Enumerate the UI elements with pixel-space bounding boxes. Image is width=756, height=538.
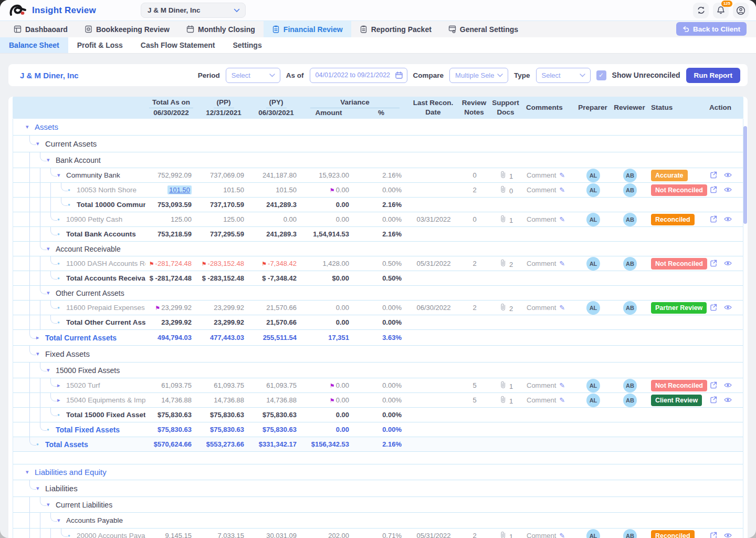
sync-button[interactable] xyxy=(693,3,709,18)
account-name[interactable]: Liabilities xyxy=(45,484,78,493)
caret-right-icon[interactable]: ▸ xyxy=(57,397,60,404)
account-name[interactable]: Total Assets xyxy=(45,440,88,449)
caret-down-icon[interactable]: ▾ xyxy=(57,172,60,179)
reviewer-avatar[interactable]: AB xyxy=(623,529,637,538)
account-name[interactable]: Total Other Current Assets xyxy=(66,318,145,326)
cell-support-docs[interactable]: 1 xyxy=(490,396,522,405)
run-report-button[interactable]: Run Report xyxy=(686,68,741,83)
caret-down-icon[interactable]: ▾ xyxy=(26,123,29,130)
caret-down-icon[interactable]: ▾ xyxy=(57,517,60,524)
subtab-cash-flow-statement[interactable]: Cash Flow Statement xyxy=(132,37,224,53)
subtab-balance-sheet[interactable]: Balance Sheet xyxy=(0,37,68,53)
edit-comment-icon[interactable]: ✎ xyxy=(559,532,565,538)
view-eye-icon[interactable] xyxy=(724,396,732,404)
caret-down-icon[interactable]: ▾ xyxy=(47,245,50,252)
cell-support-docs[interactable]: 1 xyxy=(490,531,522,538)
open-external-icon[interactable] xyxy=(710,304,718,312)
status-badge[interactable]: Not Reconciled xyxy=(651,184,707,196)
open-external-icon[interactable] xyxy=(710,215,718,223)
view-eye-icon[interactable] xyxy=(724,260,732,267)
cell-review-notes[interactable]: 0 xyxy=(459,171,490,179)
view-eye-icon[interactable] xyxy=(724,186,732,194)
account-name[interactable]: Liabilities and Equity xyxy=(35,468,107,477)
caret-right-icon[interactable]: ▸ xyxy=(57,382,60,389)
cell-support-docs[interactable]: 2 xyxy=(490,259,522,268)
status-badge[interactable]: Partner Review xyxy=(651,302,707,314)
subtab-profit-loss[interactable]: Profit & Loss xyxy=(68,37,132,53)
nav-tab-reporting-packet[interactable]: Reporting Packet xyxy=(351,21,440,37)
cell-review-notes[interactable]: 2 xyxy=(459,532,490,538)
notifications-button[interactable]: 125 xyxy=(713,3,729,18)
edit-comment-icon[interactable]: ✎ xyxy=(559,171,565,179)
account-name[interactable]: Total Fixed Assets xyxy=(56,426,120,434)
preparer-avatar[interactable]: AL xyxy=(586,529,600,538)
caret-down-icon[interactable]: ▾ xyxy=(26,469,29,475)
account-name[interactable]: Other Current Assets xyxy=(56,289,124,297)
caret-down-icon[interactable]: ▾ xyxy=(47,157,50,163)
cell-support-docs[interactable]: 1 xyxy=(490,171,522,180)
account-name[interactable]: Fixed Assets xyxy=(45,349,90,358)
preparer-avatar[interactable]: AL xyxy=(586,301,600,315)
account-name[interactable]: Total 10000 Community Bank xyxy=(77,201,145,209)
status-badge[interactable]: Reconciled xyxy=(651,530,695,538)
open-external-icon[interactable] xyxy=(710,260,718,267)
cell-support-docs[interactable]: 0 xyxy=(490,185,522,195)
preparer-avatar[interactable]: AL xyxy=(586,183,600,197)
status-badge[interactable]: Reconciled xyxy=(651,214,695,225)
reviewer-avatar[interactable]: AB xyxy=(623,183,637,197)
account-name[interactable]: Total 15000 Fixed Assets xyxy=(66,411,145,419)
edit-comment-icon[interactable]: ✎ xyxy=(559,304,565,312)
caret-down-icon[interactable]: ▾ xyxy=(47,501,50,508)
open-external-icon[interactable] xyxy=(710,381,718,389)
open-external-icon[interactable] xyxy=(710,186,718,194)
cell-review-notes[interactable]: 2 xyxy=(459,260,490,267)
account-name[interactable]: 10900 Petty Cash xyxy=(66,215,122,223)
cell-review-notes[interactable]: 2 xyxy=(459,186,490,194)
account-name[interactable]: Accounts Payable xyxy=(66,516,123,524)
view-eye-icon[interactable] xyxy=(724,381,732,389)
cell-support-docs[interactable]: 2 xyxy=(490,303,522,313)
account-name[interactable]: 20000 Accounts Payable xyxy=(77,532,145,538)
account-name[interactable]: 11000 DASH Accounts Receivable xyxy=(66,260,145,267)
preparer-avatar[interactable]: AL xyxy=(586,169,600,182)
edit-comment-icon[interactable]: ✎ xyxy=(559,186,565,194)
compare-select[interactable]: Multiple Sele xyxy=(449,68,508,83)
reviewer-avatar[interactable]: AB xyxy=(623,394,637,407)
show-unreconciled-checkbox[interactable]: ✓ xyxy=(596,70,606,80)
account-name[interactable]: 11600 Prepaid Expenses xyxy=(66,304,145,312)
status-badge[interactable]: Not Reconciled xyxy=(651,258,707,270)
reviewer-avatar[interactable]: AB xyxy=(623,257,637,271)
edit-comment-icon[interactable]: ✎ xyxy=(559,381,565,389)
view-eye-icon[interactable] xyxy=(724,215,732,223)
edit-comment-icon[interactable]: ✎ xyxy=(559,396,565,404)
profile-button[interactable] xyxy=(733,3,749,18)
type-select[interactable]: Select xyxy=(536,68,591,83)
view-eye-icon[interactable] xyxy=(724,171,732,179)
account-name[interactable]: Current Liabilities xyxy=(56,501,112,509)
caret-right-icon[interactable]: ▸ xyxy=(36,334,39,341)
nav-tab-bookkeeping-review[interactable]: Bookkeeping Review xyxy=(76,21,178,37)
client-selector-dropdown[interactable]: J & M Diner, Inc xyxy=(141,3,246,18)
preparer-avatar[interactable]: AL xyxy=(586,257,600,271)
subtab-settings[interactable]: Settings xyxy=(224,37,270,53)
account-name[interactable]: Bank Account xyxy=(56,156,101,164)
account-name[interactable]: Community Bank xyxy=(66,171,120,179)
reviewer-avatar[interactable]: AB xyxy=(623,301,637,315)
caret-down-icon[interactable]: ▾ xyxy=(36,350,39,357)
edit-comment-icon[interactable]: ✎ xyxy=(559,215,565,223)
view-eye-icon[interactable] xyxy=(724,304,732,312)
view-eye-icon[interactable] xyxy=(724,532,732,538)
asof-date-range-input[interactable]: 04/01/2022 to 09/21/2022 xyxy=(310,68,407,83)
account-name[interactable]: 10053 North Shore xyxy=(77,186,136,194)
status-badge[interactable]: Not Reconciled xyxy=(651,380,707,391)
reviewer-avatar[interactable]: AB xyxy=(623,169,637,182)
edit-comment-icon[interactable]: ✎ xyxy=(559,260,565,267)
cell-support-docs[interactable]: 1 xyxy=(490,215,522,224)
status-badge[interactable]: Accurate xyxy=(651,170,688,181)
value[interactable]: 101.50 xyxy=(167,185,192,194)
open-external-icon[interactable] xyxy=(710,396,718,404)
cell-review-notes[interactable]: 5 xyxy=(459,381,490,389)
preparer-avatar[interactable]: AL xyxy=(586,213,600,226)
reviewer-avatar[interactable]: AB xyxy=(623,213,637,226)
nav-tab-monthly-closing[interactable]: Monthly Closing xyxy=(178,21,264,37)
